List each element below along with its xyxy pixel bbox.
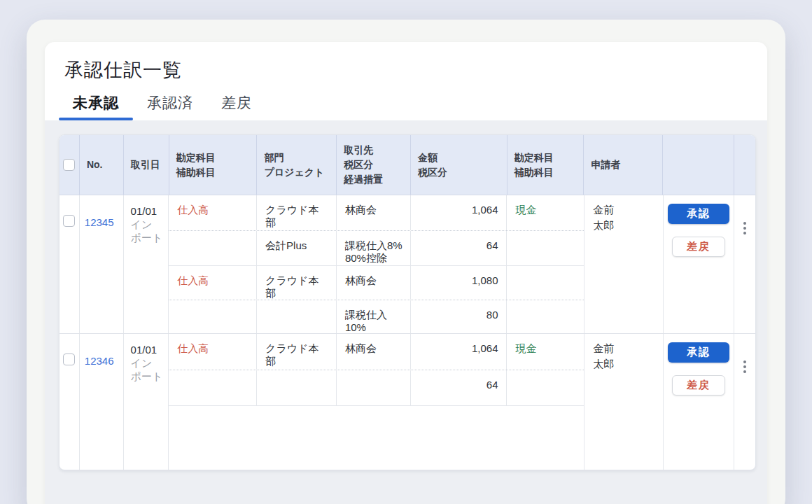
reject-button[interactable]: 差戻 xyxy=(672,375,725,396)
entry-lines: 仕入高 クラウド本部 林商会 1,064 現金 xyxy=(169,334,584,470)
panel-header: 承認仕訳一覧 未承認 承認済 差戻 xyxy=(45,42,767,120)
kebab-menu-icon[interactable] xyxy=(742,359,748,470)
department: クラウド本部 xyxy=(257,334,337,370)
journal-table: No. 取引日 勘定科目 補助科目 部門 プロジェクト 取引先 税区分 経過措置… xyxy=(59,134,756,470)
table-section: No. 取引日 勘定科目 補助科目 部門 プロジェクト 取引先 税区分 経過措置… xyxy=(45,120,767,504)
tab-bar: 未承認 承認済 差戻 xyxy=(59,94,767,120)
amount: 1,064 xyxy=(411,195,507,230)
entry-lines: 仕入高 クラウド本部 林商会 1,064 現金 会計Plus xyxy=(169,195,584,333)
line-detail: 会計Plus 課税仕入8% 80%控除 64 xyxy=(169,230,584,265)
table-row: 12346 01/01 インポート 仕入高 クラウド本部 xyxy=(59,334,755,470)
col-header-applicant: 申請者 xyxy=(584,135,663,195)
actions-cell: 承認 差戻 xyxy=(664,334,734,470)
sub-account xyxy=(169,231,257,265)
tax-category: 課税仕入10% 80%控除 xyxy=(337,300,411,333)
col-header-department: 部門 プロジェクト xyxy=(257,135,337,195)
actions-cell: 承認 差戻 xyxy=(664,195,734,333)
transaction-date: 01/01 xyxy=(131,204,163,218)
col-header-actions xyxy=(663,135,734,195)
department: クラウド本部 xyxy=(257,195,337,230)
transaction-date-cell: 01/01 インポート xyxy=(124,334,169,470)
tax-amount: 80 xyxy=(411,300,507,333)
debit-account: 仕入高 xyxy=(169,334,257,370)
project: 会計Plus xyxy=(257,231,337,265)
amount: 1,080 xyxy=(411,266,507,300)
debit-account: 仕入高 xyxy=(169,195,257,230)
entry-source-label: インポート xyxy=(131,356,163,383)
col-header-credit-account: 勘定科目 補助科目 xyxy=(507,135,584,195)
transaction-date-cell: 01/01 インポート xyxy=(124,195,169,333)
tax-category: 課税仕入8% 80%控除 xyxy=(337,231,411,265)
approval-panel: 承認仕訳一覧 未承認 承認済 差戻 No. 取引日 勘定科目 補助科目 xyxy=(45,42,767,504)
row-checkbox[interactable] xyxy=(63,215,75,227)
tab-approved[interactable]: 承認済 xyxy=(133,94,207,120)
page-title: 承認仕訳一覧 xyxy=(64,57,767,83)
tab-unapproved[interactable]: 未承認 xyxy=(59,94,133,120)
credit-account: 現金 xyxy=(507,195,584,230)
tax-amount: 64 xyxy=(411,370,507,405)
entry-line: 仕入高 クラウド本部 林商会 1,064 現金 会計Plus xyxy=(169,195,584,265)
applicant-cell: 金前 太郎 xyxy=(584,195,663,333)
entry-line: 仕入高 クラウド本部 林商会 1,080 xyxy=(169,265,584,333)
sub-account xyxy=(169,300,257,333)
entry-number-cell: 12345 xyxy=(80,195,124,333)
applicant-cell: 金前 太郎 xyxy=(584,334,663,470)
credit-sub-account xyxy=(507,370,584,405)
line-main: 仕入高 クラウド本部 林商会 1,064 現金 xyxy=(169,334,584,370)
col-header-debit-account: 勘定科目 補助科目 xyxy=(169,135,258,195)
select-all-checkbox[interactable] xyxy=(63,159,75,171)
col-header-date: 取引日 xyxy=(124,135,169,195)
partner: 林商会 xyxy=(337,195,411,230)
entry-source-label: インポート xyxy=(131,218,163,244)
line-detail: 64 xyxy=(169,370,584,405)
line-detail: 課税仕入10% 80%控除 80 xyxy=(169,300,584,333)
app-card: 承認仕訳一覧 未承認 承認済 差戻 No. 取引日 勘定科目 補助科目 xyxy=(27,20,785,504)
approve-button[interactable]: 承認 xyxy=(668,342,729,363)
tax-amount: 64 xyxy=(411,231,507,265)
partner: 林商会 xyxy=(337,334,411,370)
row-select-cell xyxy=(59,334,80,470)
project xyxy=(257,300,337,333)
department: クラウド本部 xyxy=(257,266,337,300)
line-main: 仕入高 クラウド本部 林商会 1,064 現金 xyxy=(169,195,584,230)
kebab-menu-icon[interactable] xyxy=(742,220,748,333)
col-header-amount: 金額 税区分 xyxy=(411,135,507,195)
col-header-menu xyxy=(734,135,755,195)
reject-button[interactable]: 差戻 xyxy=(672,237,725,257)
row-select-cell xyxy=(59,195,80,333)
approve-button[interactable]: 承認 xyxy=(668,204,729,224)
row-menu-cell xyxy=(734,334,755,470)
tab-returned[interactable]: 差戻 xyxy=(207,94,266,120)
entry-number-cell: 12346 xyxy=(80,334,124,470)
table-row: 12345 01/01 インポート 仕入高 クラウド本部 xyxy=(59,195,755,334)
entry-number-link[interactable]: 12346 xyxy=(85,355,114,367)
credit-sub-account xyxy=(507,231,584,265)
amount: 1,064 xyxy=(411,334,507,370)
entry-line: 仕入高 クラウド本部 林商会 1,064 現金 xyxy=(169,334,584,406)
tax-category xyxy=(337,370,411,405)
col-header-no: No. xyxy=(80,135,124,195)
row-menu-cell xyxy=(734,195,755,333)
col-header-select xyxy=(59,135,80,195)
partner: 林商会 xyxy=(337,266,411,300)
table-body: 12345 01/01 インポート 仕入高 クラウド本部 xyxy=(59,195,755,470)
table-header-row: No. 取引日 勘定科目 補助科目 部門 プロジェクト 取引先 税区分 経過措置… xyxy=(59,135,755,195)
credit-sub-account xyxy=(507,300,584,333)
col-header-partner: 取引先 税区分 経過措置 xyxy=(337,135,411,195)
credit-account: 現金 xyxy=(507,334,584,370)
project xyxy=(257,370,337,405)
credit-account xyxy=(507,266,584,300)
transaction-date: 01/01 xyxy=(131,343,163,356)
debit-account: 仕入高 xyxy=(169,266,257,300)
line-main: 仕入高 クラウド本部 林商会 1,080 xyxy=(169,266,584,300)
row-checkbox[interactable] xyxy=(63,354,75,365)
entry-number-link[interactable]: 12345 xyxy=(85,216,114,228)
sub-account xyxy=(169,370,257,405)
